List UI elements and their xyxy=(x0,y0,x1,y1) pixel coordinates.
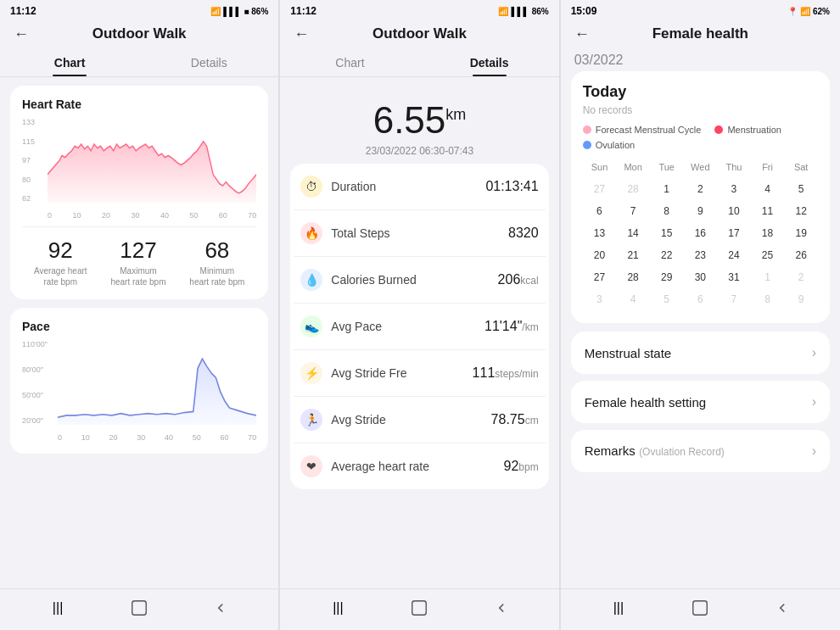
ovulation-label: Ovulation xyxy=(596,140,635,150)
steps-label: Total Steps xyxy=(331,226,389,240)
distance-unit: km xyxy=(445,106,466,123)
home-button-3[interactable] xyxy=(685,596,715,620)
heart-stats: 92 Average heartrate bpm 127 Maximumhear… xyxy=(22,226,256,287)
hr-y-labels: 133 115 97 80 62 xyxy=(22,118,46,203)
tab-bar-1: Chart Details xyxy=(0,47,278,77)
menu-button-1[interactable]: ||| xyxy=(42,596,73,620)
remarks-sub: (Ovulation Record) xyxy=(639,446,725,458)
female-health-setting-card[interactable]: Female health setting › xyxy=(571,381,830,423)
cal-week-2: 6 7 8 9 10 11 12 xyxy=(583,201,818,221)
menu-button-3[interactable]: ||| xyxy=(603,596,634,620)
pace-value: 11'14"/km xyxy=(484,319,539,334)
tab-details-1[interactable]: Details xyxy=(139,47,278,76)
menu-button-2[interactable]: ||| xyxy=(322,596,353,620)
heart-rate-card: Heart Rate 133 115 97 80 62 xyxy=(10,86,268,299)
back-button-3[interactable]: ← xyxy=(574,25,590,43)
stride-fre-label: Avg Stride Fre xyxy=(331,366,406,380)
legend-row-1: Forecast Menstrual Cycle Menstruation xyxy=(583,125,818,135)
cal-tue: Tue xyxy=(650,159,684,176)
steps-icon: 🔥 xyxy=(300,222,322,244)
remarks-chevron: › xyxy=(812,443,816,459)
calories-value: 206kcal xyxy=(498,272,539,287)
cal-week-4: 20 21 22 23 24 25 26 xyxy=(583,245,818,265)
pace-chart-svg xyxy=(58,340,256,425)
min-hr-label: Minimumheart rate bpm xyxy=(189,265,244,287)
status-icons-2: 📶 ▌▌▌ 86% xyxy=(498,7,548,16)
pace-x-labels: 0 10 20 30 40 50 60 70 xyxy=(58,433,256,442)
svg-rect-0 xyxy=(132,601,147,616)
tab-chart-1[interactable]: Chart xyxy=(0,47,139,76)
detail-row-steps: 🔥 Total Steps 8320 xyxy=(294,210,545,257)
battery-icon-2: 86% xyxy=(532,7,549,16)
status-bar-1: 11:12 📶 ▌▌▌ ■ 86% xyxy=(0,0,278,20)
menstruation-dot xyxy=(714,125,723,134)
menstrual-state-chevron: › xyxy=(812,345,816,360)
pace-card: Pace 110'00" 80'00" 50'00" 20'00" xyxy=(10,308,268,454)
today-sub: No records xyxy=(583,104,818,116)
back-nav-button-1[interactable] xyxy=(205,596,236,620)
avg-hr-label: Average heartrate bpm xyxy=(34,265,87,287)
detail-datetime: 23/03/2022 06:30-07:43 xyxy=(290,145,548,157)
status-bar-2: 11:12 📶 ▌▌▌ 86% xyxy=(280,0,558,20)
home-button-1[interactable] xyxy=(124,596,154,620)
avg-hr-value-2: 92bpm xyxy=(504,459,539,474)
cal-fri: Fri xyxy=(751,159,785,176)
stride-fre-value: 111steps/min xyxy=(473,365,539,381)
wifi-icon-1: 📶 xyxy=(210,7,221,16)
status-bar-3: 15:09 📍 📶 62% xyxy=(561,0,840,20)
back-nav-button-3[interactable] xyxy=(767,596,798,620)
steps-value: 8320 xyxy=(508,226,539,241)
panel-content-2: 6.55km 23/03/2022 06:30-07:43 ⏱ Duration… xyxy=(280,77,558,588)
tab-chart-2[interactable]: Chart xyxy=(280,47,419,76)
female-health-setting-title: Female health setting xyxy=(585,395,706,410)
menstrual-state-card[interactable]: Menstrual state › xyxy=(571,332,830,374)
signal-icon-1: ▌▌▌ xyxy=(223,7,241,16)
menstrual-state-title: Menstrual state xyxy=(585,346,672,360)
forecast-label: Forecast Menstrual Cycle xyxy=(596,125,702,135)
detail-row-duration: ⏱ Duration 01:13:41 xyxy=(294,164,545,210)
today-date-cell[interactable]: 24 xyxy=(728,249,739,261)
detail-row-pace: 👟 Avg Pace 11'14"/km xyxy=(294,304,545,350)
fh-content: Today No records Forecast Menstrual Cycl… xyxy=(561,71,840,588)
panel-3-female-health: 15:09 📍 📶 62% ← Female health 03/2022 To… xyxy=(561,0,840,630)
detail-distance: 6.55km xyxy=(290,99,548,142)
panel-2-outdoor-walk-details: 11:12 📶 ▌▌▌ 86% ← Outdoor Walk Chart Det… xyxy=(280,0,559,630)
stride-value: 78.75cm xyxy=(491,412,539,427)
today-card: Today No records Forecast Menstrual Cycl… xyxy=(571,71,830,323)
remarks-title: Remarks xyxy=(585,443,636,458)
status-icons-1: 📶 ▌▌▌ ■ 86% xyxy=(210,7,268,16)
panel-content-1: Heart Rate 133 115 97 80 62 xyxy=(0,77,278,588)
tab-details-2[interactable]: Details xyxy=(420,47,559,76)
back-nav-button-2[interactable] xyxy=(486,596,517,620)
nav-header-1: ← Outdoor Walk xyxy=(0,20,278,47)
heart-rate-chart-area: 133 115 97 80 62 xyxy=(22,118,256,220)
tab-bar-2: Chart Details xyxy=(280,47,558,77)
location-icon-3: 📍 xyxy=(787,7,798,16)
calories-label: Calories Burned xyxy=(331,273,416,287)
ovulation-dot xyxy=(583,141,591,149)
legend-forecast: Forecast Menstrual Cycle xyxy=(583,125,702,135)
page-title-3: Female health xyxy=(652,25,748,42)
avg-hr-label-2: Average heart rate xyxy=(331,460,429,473)
bottom-nav-3: ||| xyxy=(561,588,840,630)
pace-title: Pace xyxy=(22,320,256,333)
pace-chart-area: 110'00" 80'00" 50'00" 20'00" xyxy=(22,340,256,442)
svg-rect-1 xyxy=(412,601,427,616)
min-hr-stat: 68 Minimumheart rate bpm xyxy=(189,237,244,287)
back-button-1[interactable]: ← xyxy=(14,25,29,43)
detail-row-calories: 💧 Calories Burned 206kcal xyxy=(294,257,545,304)
back-button-2[interactable]: ← xyxy=(294,25,309,43)
cal-thu: Thu xyxy=(717,159,751,176)
avg-hr-icon: ❤ xyxy=(300,455,322,477)
home-button-2[interactable] xyxy=(404,596,434,620)
bottom-nav-2: ||| xyxy=(280,588,558,630)
wifi-icon-2: 📶 xyxy=(498,7,508,16)
nav-header-2: ← Outdoor Walk xyxy=(280,20,558,47)
cal-mon: Mon xyxy=(616,159,650,176)
max-hr-value: 127 xyxy=(110,237,165,264)
cal-week-5: 27 28 29 30 31 1 2 xyxy=(583,267,818,287)
duration-label: Duration xyxy=(331,180,376,193)
remarks-card[interactable]: Remarks (Ovulation Record) › xyxy=(571,430,830,472)
avg-hr-stat: 92 Average heartrate bpm xyxy=(34,237,87,287)
hr-x-labels: 0 10 20 30 40 50 60 70 xyxy=(48,211,256,220)
